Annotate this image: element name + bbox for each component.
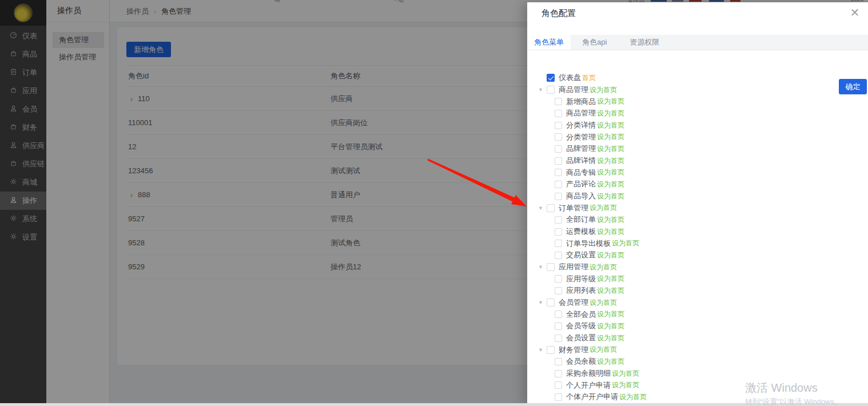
tree-set-home-link[interactable]: 设为首页 [597, 357, 624, 367]
tree-label[interactable]: 仪表盘 [559, 73, 581, 83]
tree-checkbox[interactable] [555, 240, 562, 247]
tree-set-home-link[interactable]: 设为首页 [597, 227, 624, 237]
tree-label[interactable]: 应用管理 [559, 262, 588, 272]
tree-set-home-link[interactable]: 设为首页 [597, 97, 624, 106]
tree-row: 个人开户申请 设为首页 [527, 379, 868, 391]
drawer-tab-角色api[interactable]: 角色api [571, 35, 618, 50]
tree-set-home-link[interactable]: 设为首页 [597, 274, 624, 284]
tree-set-home-link[interactable]: 设为首页 [597, 144, 624, 154]
tree-checkbox[interactable] [555, 393, 562, 401]
tree-label[interactable]: 分类管理 [566, 132, 596, 142]
tree-row: 品牌详情 设为首页 [527, 155, 868, 167]
tree-row: 会员余额 设为首页 [527, 356, 868, 368]
tree-label[interactable]: 运费模板 [566, 226, 596, 237]
tree-checkbox[interactable] [555, 169, 562, 176]
tree-checkbox[interactable] [555, 193, 562, 200]
tree-set-home-link[interactable]: 设为首页 [590, 262, 617, 272]
tree-home-badge[interactable]: 首页 [582, 73, 596, 83]
tree-label[interactable]: 会员等级 [566, 321, 596, 331]
confirm-button[interactable]: 确定 [839, 79, 867, 94]
tree-checkbox[interactable] [555, 323, 562, 330]
tree-checkbox[interactable] [547, 204, 555, 212]
tree-label[interactable]: 采购余额明细 [566, 368, 611, 379]
tree-checkbox[interactable] [555, 145, 562, 153]
tree-checkbox[interactable] [555, 133, 562, 141]
tree-checkbox[interactable] [555, 110, 562, 117]
tree-set-home-link[interactable]: 设为首页 [597, 121, 624, 130]
tree-set-home-link[interactable]: 设为首页 [597, 192, 624, 201]
tree-set-home-link[interactable]: 设为首页 [597, 321, 624, 331]
tree-set-home-link[interactable]: 设为首页 [612, 238, 639, 248]
caret-down-icon[interactable]: ▼ [538, 300, 547, 305]
tree-set-home-link[interactable]: 设为首页 [590, 85, 617, 95]
tree-set-home-link[interactable]: 设为首页 [597, 286, 624, 296]
close-icon[interactable]: ✕ [848, 6, 862, 19]
tree-row: 新增商品 设为首页 [527, 95, 868, 108]
tree-checkbox[interactable] [555, 370, 562, 377]
tree-checkbox[interactable] [555, 122, 562, 129]
tree-label[interactable]: 商品导入 [566, 191, 596, 201]
tree-label[interactable]: 新增商品 [566, 97, 596, 107]
tree-checkbox[interactable] [547, 74, 555, 82]
tree-label[interactable]: 个人开户申请 [566, 380, 611, 391]
tree-set-home-link[interactable]: 设为首页 [590, 203, 617, 213]
tree-set-home-link[interactable]: 设为首页 [597, 109, 624, 118]
caret-down-icon[interactable]: ▼ [538, 264, 547, 270]
tree-label[interactable]: 商品管理 [559, 85, 588, 95]
tree-label[interactable]: 会员管理 [559, 297, 588, 308]
tree-checkbox[interactable] [555, 275, 562, 282]
tree-label[interactable]: 应用等级 [566, 274, 596, 284]
tree-checkbox[interactable] [555, 311, 562, 318]
tree-set-home-link[interactable]: 设为首页 [590, 298, 617, 308]
tree-label[interactable]: 全部订单 [566, 214, 596, 225]
tree-checkbox[interactable] [547, 298, 555, 307]
caret-down-icon[interactable]: ▼ [538, 205, 547, 211]
tree-set-home-link[interactable]: 设为首页 [619, 392, 647, 402]
tree-checkbox[interactable] [547, 346, 555, 354]
tree-checkbox[interactable] [547, 86, 555, 94]
drawer-body: 确定 仪表盘 首页 ▼ 商品管理 设为首页 新增商品 设为首页 商品管理 设为首… [527, 72, 868, 406]
tree-set-home-link[interactable]: 设为首页 [590, 345, 617, 355]
drawer-tab-资源权限[interactable]: 资源权限 [618, 35, 671, 50]
tree-label[interactable]: 会员余额 [566, 356, 596, 367]
tree-set-home-link[interactable]: 设为首页 [597, 132, 624, 142]
tree-label[interactable]: 产品评论 [566, 179, 596, 189]
tree-label[interactable]: 订单导出模板 [566, 238, 611, 249]
caret-down-icon[interactable]: ▼ [538, 347, 547, 353]
tree-checkbox[interactable] [547, 263, 555, 271]
tree-label[interactable]: 订单管理 [559, 203, 588, 213]
tree-checkbox[interactable] [555, 157, 562, 165]
tree-set-home-link[interactable]: 设为首页 [597, 168, 624, 177]
tree-checkbox[interactable] [555, 181, 562, 188]
tree-checkbox[interactable] [555, 287, 562, 294]
tree-set-home-link[interactable]: 设为首页 [597, 250, 624, 260]
tree-label[interactable]: 个体户开户申请 [566, 392, 618, 402]
tree-set-home-link[interactable]: 设为首页 [597, 180, 624, 189]
tree-checkbox[interactable] [555, 335, 562, 342]
drawer-tab-角色菜单[interactable]: 角色菜单 [527, 35, 571, 50]
tree-checkbox[interactable] [555, 98, 562, 105]
tree-label[interactable]: 商品专辑 [566, 168, 596, 178]
tree-checkbox[interactable] [555, 358, 562, 365]
tree-set-home-link[interactable]: 设为首页 [597, 215, 624, 225]
tree-row: ▼ 商品管理 设为首页 [527, 84, 868, 96]
caret-down-icon[interactable]: ▼ [538, 87, 547, 93]
tree-label[interactable]: 会员设置 [566, 333, 596, 343]
tree-label[interactable]: 交易设置 [566, 250, 596, 260]
tree-checkbox[interactable] [555, 381, 562, 389]
tree-checkbox[interactable] [555, 228, 562, 236]
tree-set-home-link[interactable]: 设为首页 [612, 380, 639, 390]
tree-checkbox[interactable] [555, 216, 562, 224]
tree-label[interactable]: 商品管理 [566, 108, 596, 118]
tree-set-home-link[interactable]: 设为首页 [597, 156, 624, 166]
tree-label[interactable]: 分类详情 [566, 120, 596, 130]
tree-set-home-link[interactable]: 设为首页 [597, 309, 624, 319]
tree-label[interactable]: 品牌管理 [566, 144, 596, 154]
tree-label[interactable]: 财务管理 [559, 345, 588, 355]
tree-label[interactable]: 全部会员 [566, 309, 596, 320]
tree-label[interactable]: 品牌详情 [566, 156, 596, 166]
tree-set-home-link[interactable]: 设为首页 [612, 369, 639, 379]
tree-checkbox[interactable] [555, 252, 562, 259]
tree-label[interactable]: 应用列表 [566, 285, 596, 296]
tree-set-home-link[interactable]: 设为首页 [597, 333, 624, 343]
